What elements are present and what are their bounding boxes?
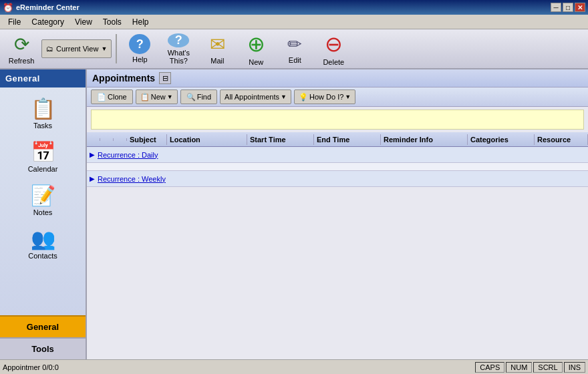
col-categories: Categories	[468, 134, 535, 145]
title-bar: ⏰ eReminder Center ─ □ ✕	[0, 0, 588, 15]
all-appointments-button[interactable]: All Appointments ▼	[220, 89, 291, 104]
col-resource: Resource	[535, 134, 588, 145]
clone-button[interactable]: 📄 Clone	[91, 89, 133, 104]
sidebar-items: 📋 Tasks 📅 Calendar 📝 Notes 👥 Contacts	[0, 87, 86, 315]
refresh-label: Refresh	[9, 57, 35, 65]
contacts-icon: 👥	[31, 227, 55, 250]
expand-weekly-icon: ▶	[90, 175, 95, 182]
close-button[interactable]: ✕	[575, 3, 585, 12]
sidebar-item-tasks[interactable]: 📋 Tasks	[13, 93, 73, 134]
clone-icon: 📄	[97, 93, 106, 102]
menu-view[interactable]: View	[69, 16, 98, 28]
sidebar-header: General	[0, 69, 86, 87]
delete-label: Delete	[323, 58, 344, 66]
current-view-icon: 🗂	[46, 45, 53, 53]
app-icon: ⏰	[3, 3, 13, 13]
edit-button[interactable]: ✏ Edit	[276, 31, 313, 67]
find-icon: 🔍	[186, 93, 196, 102]
calendar-label: Calendar	[28, 165, 58, 173]
toolbar-separator-1	[116, 34, 117, 63]
ins-indicator: INS	[564, 362, 585, 373]
current-view-label: Current View	[56, 45, 98, 53]
appointments-grid[interactable]: Subject Location Start Time End Time Rem…	[87, 132, 588, 359]
menu-tools[interactable]: Tools	[98, 16, 127, 28]
new-appt-icon: 📋	[140, 93, 150, 102]
sidebar: General 📋 Tasks 📅 Calendar 📝 Notes 👥 Con…	[0, 69, 87, 359]
col-status-icon	[87, 138, 100, 141]
col-alarm-icon	[100, 138, 114, 141]
edit-icon: ✏	[287, 34, 302, 55]
tasks-icon: 📋	[31, 97, 55, 120]
appointments-title: Appointments	[92, 73, 155, 83]
general-footer-button[interactable]: General	[0, 315, 86, 337]
menu-bar: File Category View Tools Help	[0, 15, 588, 29]
help-icon: ?	[129, 34, 150, 54]
num-indicator: NUM	[506, 362, 532, 373]
status-text: Appointmer 0/0:0	[3, 363, 59, 371]
edit-label: Edit	[289, 56, 301, 64]
help-button[interactable]: ? Help	[121, 31, 158, 67]
col-priority-icon	[114, 138, 127, 141]
sidebar-item-contacts[interactable]: 👥 Contacts	[13, 223, 73, 264]
mail-icon: ✉	[210, 33, 225, 55]
new-button[interactable]: ⊕ New	[237, 31, 275, 67]
refresh-icon: ⟳	[14, 33, 29, 55]
menu-file[interactable]: File	[3, 16, 26, 28]
mail-button[interactable]: ✉ Mail	[198, 31, 236, 67]
current-view-chevron: ▼	[101, 45, 107, 52]
maximize-button[interactable]: □	[563, 3, 573, 12]
appointments-header: Appointments ⊟	[87, 69, 588, 87]
mail-label: Mail	[210, 57, 224, 65]
delete-icon: ⊖	[325, 31, 343, 57]
help-label: Help	[132, 55, 148, 63]
col-start-time: Start Time	[247, 134, 314, 145]
recurrence-row-daily[interactable]: ▶ Recurrence : Daily	[87, 147, 588, 163]
col-location: Location	[167, 134, 247, 145]
sidebar-footer: General Tools	[0, 315, 86, 359]
menu-help[interactable]: Help	[127, 16, 154, 28]
expand-daily-icon: ▶	[90, 151, 95, 158]
new-label: New	[249, 58, 263, 66]
delete-button[interactable]: ⊖ Delete	[315, 31, 352, 67]
tools-footer-button[interactable]: Tools	[0, 337, 86, 359]
whats-this-label: What's This?	[163, 49, 194, 65]
all-appt-chevron: ▼	[281, 94, 287, 100]
how-do-i-label: How Do I?	[309, 93, 343, 101]
main-layout: General 📋 Tasks 📅 Calendar 📝 Notes 👥 Con…	[0, 69, 588, 359]
how-do-i-chevron: ▼	[345, 94, 351, 100]
tasks-label: Tasks	[33, 122, 52, 130]
notes-icon: 📝	[31, 184, 55, 207]
whats-this-icon: ?	[168, 33, 189, 47]
find-button[interactable]: 🔍 Find	[180, 89, 217, 104]
find-label: Find	[197, 93, 211, 101]
app-title: eReminder Center	[16, 3, 80, 11]
sidebar-item-calendar[interactable]: 📅 Calendar	[13, 136, 73, 177]
how-do-i-button[interactable]: 💡 How Do I? ▼	[294, 89, 355, 104]
sidebar-item-notes[interactable]: 📝 Notes	[13, 180, 73, 220]
refresh-button[interactable]: ⟳ Refresh	[3, 31, 40, 67]
scrl-indicator: SCRL	[533, 362, 562, 373]
minimize-button[interactable]: ─	[551, 3, 561, 12]
grid-header: Subject Location Start Time End Time Rem…	[87, 132, 588, 147]
all-appt-label: All Appointments	[225, 93, 279, 101]
appointments-expand-button[interactable]: ⊟	[159, 72, 171, 84]
spacer-row-1	[87, 163, 588, 171]
new-appt-button[interactable]: 📋 New ▼	[136, 89, 178, 104]
how-do-i-icon: 💡	[299, 93, 308, 102]
new-appt-chevron: ▼	[167, 94, 173, 100]
recurrence-daily-label: Recurrence : Daily	[98, 151, 158, 159]
current-view-button[interactable]: 🗂 Current View ▼	[41, 39, 112, 58]
menu-category[interactable]: Category	[26, 16, 69, 28]
recurrence-row-weekly[interactable]: ▶ Recurrence : Weekly	[87, 171, 588, 187]
calendar-icon: 📅	[31, 140, 55, 164]
whats-this-button[interactable]: ? What's This?	[160, 31, 197, 67]
appointments-toolbar: 📄 Clone 📋 New ▼ 🔍 Find All Appointments …	[87, 87, 588, 107]
new-appt-label: New	[151, 93, 166, 101]
content-area: Appointments ⊟ 📄 Clone 📋 New ▼ 🔍 Find Al…	[87, 69, 588, 359]
clone-label: Clone	[108, 93, 127, 101]
toolbar: ⟳ Refresh 🗂 Current View ▼ ? Help ? What…	[0, 29, 588, 69]
contacts-label: Contacts	[28, 252, 57, 260]
status-indicators: CAPS NUM SCRL INS	[475, 362, 585, 373]
new-icon: ⊕	[247, 31, 265, 57]
col-subject: Subject	[127, 134, 167, 145]
